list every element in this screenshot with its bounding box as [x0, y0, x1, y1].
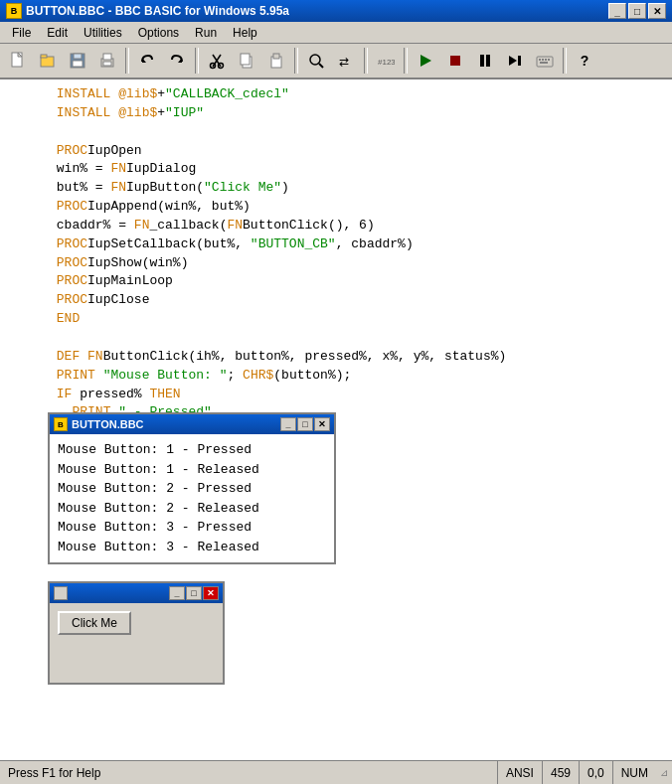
code-line: END: [10, 310, 662, 329]
code-line: INSTALL @lib$+"CALLBACK_cdecl": [10, 85, 662, 104]
separator-4: [364, 48, 368, 74]
status-encoding-text: ANSI: [506, 766, 534, 780]
output-line-6: Mouse Button: 3 - Released: [58, 538, 326, 557]
separator-3: [294, 48, 298, 74]
output-line-5: Mouse Button: 3 - Pressed: [58, 518, 326, 538]
code-line: PROCIupMainLoop: [10, 272, 662, 291]
title-buttons: _ □ ✕: [608, 3, 666, 19]
code-line: win% = FNIupDialog: [10, 160, 662, 179]
stop-button[interactable]: [441, 48, 469, 74]
svg-rect-31: [539, 59, 541, 61]
status-bar: Press F1 for Help ANSI 459 0,0 NUM ⊿: [0, 760, 672, 784]
code-line: PROCIupOpen: [10, 142, 662, 161]
output-title-bar: B BUTTON.BBC _ □ ✕: [50, 414, 334, 434]
output-line-2: Mouse Button: 1 - Released: [58, 460, 326, 480]
svg-text:#123: #123: [378, 58, 395, 67]
open-button[interactable]: [34, 48, 62, 74]
menu-help[interactable]: Help: [225, 24, 265, 42]
svg-rect-32: [542, 59, 544, 61]
menu-options[interactable]: Options: [130, 24, 187, 42]
separator-6: [563, 48, 567, 74]
svg-rect-3: [41, 55, 47, 58]
output-window-title: BUTTON.BBC: [72, 418, 280, 430]
menu-run[interactable]: Run: [187, 24, 225, 42]
window-title: BUTTON.BBC - BBC BASIC for Windows 5.95a: [26, 4, 608, 18]
redo-button[interactable]: [163, 48, 191, 74]
minimize-button[interactable]: _: [608, 3, 626, 19]
code-line: PROCIupSetCallback(but%, "BUTTON_CB", cb…: [10, 235, 662, 254]
code-line: [10, 329, 662, 348]
undo-button[interactable]: [133, 48, 161, 74]
cut-button[interactable]: [203, 48, 231, 74]
copy-button[interactable]: [233, 48, 260, 74]
separator-2: [195, 48, 199, 74]
toolbar: ⇄ #123 ?: [0, 44, 672, 79]
status-coords-text: 0,0: [588, 766, 604, 780]
help-button[interactable]: ?: [571, 48, 598, 74]
resize-handle[interactable]: ⊿: [656, 765, 672, 781]
status-mode: NUM: [613, 761, 656, 784]
new-button[interactable]: [4, 48, 32, 74]
code-line: PROCIupShow(win%): [10, 254, 662, 273]
clickme-maximize-button[interactable]: □: [186, 586, 202, 600]
code-line: PROCIupClose: [10, 291, 662, 310]
status-help-text: Press F1 for Help: [8, 766, 100, 780]
separator-1: [125, 48, 129, 74]
svg-rect-29: [518, 56, 521, 66]
clickme-body: Click Me: [50, 603, 223, 683]
renumber-button[interactable]: #123: [372, 48, 400, 74]
svg-marker-24: [420, 55, 431, 67]
paste-button[interactable]: [262, 48, 290, 74]
step-button[interactable]: [501, 48, 529, 74]
svg-marker-28: [509, 56, 517, 66]
output-close-button[interactable]: ✕: [314, 417, 330, 431]
app-icon: B: [6, 3, 22, 19]
pause-button[interactable]: [471, 48, 499, 74]
clickme-buttons: _ □ ✕: [169, 586, 219, 600]
code-line: but% = FNIupButton("Click Me"): [10, 179, 662, 198]
menu-bar: File Edit Utilities Options Run Help: [0, 22, 672, 44]
run-button[interactable]: [412, 48, 439, 74]
title-bar: B BUTTON.BBC - BBC BASIC for Windows 5.9…: [0, 0, 672, 22]
output-minimize-button[interactable]: _: [280, 417, 296, 431]
clickme-window-icon: [54, 586, 68, 600]
clickme-title-bar: _ □ ✕: [50, 583, 223, 603]
code-line: INSTALL @lib$+"IUP": [10, 104, 662, 123]
output-maximize-button[interactable]: □: [297, 417, 313, 431]
clickme-minimize-button[interactable]: _: [169, 586, 185, 600]
svg-rect-35: [540, 62, 548, 64]
keyboard-button[interactable]: [531, 48, 559, 74]
output-content: Mouse Button: 1 - Pressed Mouse Button: …: [50, 434, 334, 562]
maximize-button[interactable]: □: [628, 3, 646, 19]
find-button[interactable]: [302, 48, 330, 74]
clickme-close-button[interactable]: ✕: [203, 586, 219, 600]
close-button[interactable]: ✕: [648, 3, 666, 19]
print-button[interactable]: [93, 48, 121, 74]
svg-rect-26: [480, 55, 484, 67]
code-line: DEF FNButtonClick(ih%, button%, pressed%…: [10, 348, 662, 367]
save-button[interactable]: [64, 48, 91, 74]
svg-rect-34: [548, 59, 550, 61]
output-window-icon: B: [54, 417, 68, 431]
svg-rect-9: [103, 62, 111, 66]
code-line: IF pressed% THEN: [10, 386, 662, 404]
menu-file[interactable]: File: [4, 24, 39, 42]
status-position-text: 459: [551, 766, 571, 780]
code-line: [10, 123, 662, 142]
menu-edit[interactable]: Edit: [39, 24, 76, 42]
separator-5: [404, 48, 408, 74]
click-me-button[interactable]: Click Me: [58, 611, 131, 635]
status-encoding: ANSI: [498, 761, 543, 784]
output-line-1: Mouse Button: 1 - Pressed: [58, 440, 326, 460]
main-content: INSTALL @lib$+"CALLBACK_cdecl" INSTALL @…: [0, 79, 672, 760]
svg-rect-25: [450, 56, 460, 66]
svg-point-20: [310, 55, 320, 65]
code-line: PRINT "Mouse Button: "; CHR$(button%);: [10, 367, 662, 386]
svg-rect-8: [103, 54, 111, 60]
menu-utilities[interactable]: Utilities: [76, 24, 130, 42]
status-position: 459: [543, 761, 580, 784]
svg-rect-6: [73, 61, 83, 67]
code-line: PROCIupAppend(win%, but%): [10, 198, 662, 217]
replace-button[interactable]: ⇄: [332, 48, 360, 74]
svg-rect-27: [486, 55, 490, 67]
